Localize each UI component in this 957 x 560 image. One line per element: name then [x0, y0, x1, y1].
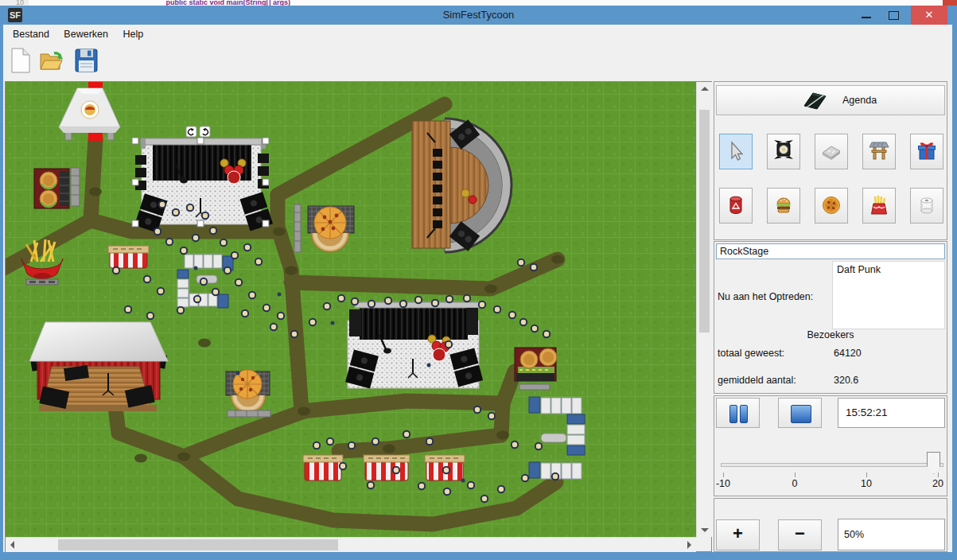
pizza-icon: [819, 193, 843, 217]
background-code-text: public static void main(String[] args): [166, 0, 291, 6]
zoom-level-field[interactable]: 50%: [838, 519, 945, 550]
menu-help[interactable]: Help: [120, 28, 146, 41]
application-window: 10 public static void main(String[] args…: [0, 0, 957, 560]
roof-stage[interactable]: [29, 322, 168, 411]
tool-entrance-gate[interactable]: [862, 134, 896, 169]
background-close-sliver: [943, 0, 957, 6]
path-tile-icon: [819, 139, 843, 163]
agenda-button[interactable]: Agenda: [716, 85, 945, 115]
fries-icon: [867, 193, 891, 217]
tool-trash-bin[interactable]: [719, 188, 753, 224]
tool-pizza[interactable]: [815, 188, 848, 224]
scroll-right-icon[interactable]: [687, 541, 691, 549]
toilet-paper-icon: [915, 193, 939, 217]
tool-fries[interactable]: [862, 188, 896, 224]
burger-icon: [772, 193, 796, 217]
menu-bestand[interactable]: Bestand: [10, 28, 52, 41]
tool-toilet-paper[interactable]: [910, 188, 943, 224]
close-button[interactable]: ✕: [911, 6, 947, 25]
stage-name-input[interactable]: RockStage: [716, 243, 945, 259]
maximize-icon: [889, 11, 899, 20]
stop-button[interactable]: [778, 398, 822, 428]
window-border-left: [0, 6, 3, 552]
minimize-icon: [862, 17, 871, 18]
agenda-label: Agenda: [842, 95, 877, 106]
map-vertical-scrollbar[interactable]: [696, 82, 712, 537]
slider-tick-0: 0: [792, 478, 798, 489]
now-performing-value: Daft Punk: [832, 261, 945, 329]
horizontal-scroll-thumb[interactable]: [58, 539, 338, 550]
open-file-button[interactable]: [38, 47, 67, 77]
vertical-scroll-thumb[interactable]: [699, 110, 710, 332]
spotlight-icon: [772, 139, 796, 163]
background-line-number: 10: [0, 0, 29, 6]
new-file-icon: [8, 47, 33, 74]
speed-slider-thumb[interactable]: [927, 452, 940, 474]
total-visitors-label: totaal geweest:: [718, 348, 784, 359]
agenda-book-icon: [803, 89, 827, 113]
tool-gift[interactable]: [910, 134, 943, 169]
slider-tick-10: 10: [861, 478, 872, 489]
striped-stall-1[interactable]: [108, 246, 149, 268]
open-file-icon: [38, 47, 65, 74]
stop-icon: [791, 405, 811, 423]
slider-tick-20: 20: [932, 478, 943, 489]
window-border-bottom: [0, 552, 957, 560]
trash-bin-icon: [724, 193, 748, 217]
stage-info-panel: RockStage Nu aan het Optreden: Daft Punk…: [714, 241, 947, 394]
visitors-header: Bezoekers: [714, 329, 947, 340]
menu-bewerken[interactable]: Bewerken: [61, 28, 111, 41]
slider-tick-minus10: -10: [716, 478, 730, 489]
file-toolbar: [3, 42, 952, 81]
minimize-button[interactable]: [855, 6, 877, 25]
pause-icon: [729, 405, 737, 423]
average-visitors-label: gemiddeld aantal:: [718, 375, 796, 386]
center-stage[interactable]: [345, 302, 483, 388]
total-visitors-value: 64120: [834, 348, 862, 359]
scroll-down-icon[interactable]: [701, 528, 709, 532]
scroll-up-icon[interactable]: [701, 87, 709, 91]
average-visitors-value: 320.6: [834, 375, 858, 386]
gift-icon: [915, 139, 939, 163]
entrance-gate-icon: [867, 139, 891, 163]
zoom-in-button[interactable]: +: [716, 519, 760, 550]
tool-spotlight[interactable]: [767, 134, 800, 169]
maximize-button[interactable]: [882, 6, 904, 25]
background-code-strip: 10 public static void main(String[] args…: [0, 0, 957, 6]
save-file-button[interactable]: [73, 47, 102, 77]
zoom-out-button[interactable]: −: [778, 519, 822, 550]
save-file-icon: [73, 47, 99, 74]
new-file-button[interactable]: [8, 47, 37, 77]
map-horizontal-scrollbar[interactable]: [6, 537, 696, 552]
map-viewport: [5, 81, 712, 552]
striped-stall-2[interactable]: [303, 455, 343, 480]
speed-slider-track[interactable]: [721, 463, 943, 467]
tool-path-tile[interactable]: [815, 134, 848, 169]
scroll-left-icon[interactable]: [10, 541, 14, 549]
time-panel: 15:52:21 -10 0 10 20: [714, 395, 947, 496]
zoom-panel: + − 50%: [714, 498, 947, 552]
tools-panel: Agenda: [714, 81, 947, 240]
cursor-icon: [724, 139, 748, 163]
tool-select-cursor[interactable]: [719, 134, 753, 169]
window-title: SimFestTycoon: [0, 6, 957, 25]
burger-stand-1[interactable]: [34, 168, 80, 208]
scrollbar-corner: [696, 537, 711, 551]
tool-burger[interactable]: [767, 188, 800, 224]
map-svg[interactable]: [6, 82, 696, 537]
menu-bar: Bestand Bewerken Help: [3, 25, 952, 42]
pause-button[interactable]: [716, 398, 760, 428]
title-bar: SF SimFestTycoon ✕: [0, 6, 957, 25]
clock-display: 15:52:21: [838, 398, 945, 428]
striped-stall-3[interactable]: [364, 455, 410, 480]
now-performing-label: Nu aan het Optreden:: [718, 291, 813, 302]
window-border-right: [952, 6, 957, 552]
